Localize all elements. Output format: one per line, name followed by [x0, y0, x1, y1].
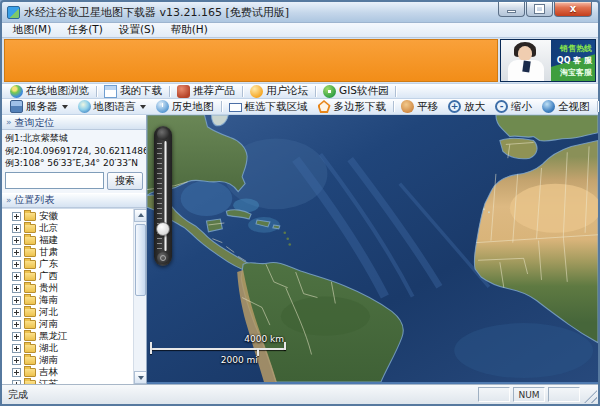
status-cell-empty: [548, 387, 580, 402]
location-panel-title: 位置列表: [15, 193, 55, 207]
map-scale-bar: 4000 km 2000 mi: [150, 334, 286, 366]
maximize-button[interactable]: [526, 2, 553, 17]
expand-plus-icon[interactable]: [12, 344, 21, 353]
close-button[interactable]: x: [554, 2, 592, 17]
map-zoom-slider[interactable]: [154, 126, 172, 266]
search-row: 搜索: [2, 171, 146, 193]
history-map-icon: [156, 100, 169, 113]
tree-item[interactable]: 湖南: [12, 355, 146, 367]
folder-icon: [24, 284, 36, 293]
recommended-products-icon: [177, 85, 190, 98]
close-icon: x: [570, 4, 576, 14]
tree-item[interactable]: 北京: [12, 223, 146, 235]
expand-plus-icon[interactable]: [12, 236, 21, 245]
server-button[interactable]: 服务器: [5, 99, 73, 114]
polygon-download-button[interactable]: 多边形下载: [313, 99, 392, 114]
expand-plus-icon[interactable]: [12, 308, 21, 317]
tree-item[interactable]: 河南: [12, 319, 146, 331]
history-map-button[interactable]: 历史地图: [151, 99, 219, 114]
toolbar-map: 服务器 地图语言 历史地图 框选下载区域 多边形下载 平移 放大 缩小 全视图 …: [2, 99, 598, 115]
dropdown-arrow-icon: [62, 105, 68, 109]
online-map-globe-button[interactable]: 在线地图浏览: [5, 84, 94, 98]
gis-software-icon: [323, 85, 336, 98]
search-button[interactable]: 搜索: [107, 172, 143, 190]
server-icon: [10, 100, 23, 113]
resize-grip[interactable]: [584, 390, 597, 403]
expand-plus-icon[interactable]: [12, 296, 21, 305]
ad-text: 销售热线 QQ 客 服 淘宝客服: [557, 43, 592, 79]
tree-item[interactable]: 广西: [12, 271, 146, 283]
tree-item[interactable]: 安徽: [12, 211, 146, 223]
tree-item[interactable]: 黑龙江: [12, 331, 146, 343]
search-input[interactable]: [5, 172, 104, 189]
my-downloads-button[interactable]: 我的下载: [99, 84, 167, 98]
scale-tick-left: [150, 342, 152, 354]
expand-plus-icon[interactable]: [12, 332, 21, 341]
tree-scrollbar[interactable]: [133, 209, 146, 385]
tree-item[interactable]: 海南: [12, 295, 146, 307]
tree-item[interactable]: 湖北: [12, 343, 146, 355]
minimize-button[interactable]: [498, 2, 525, 17]
toolbar-primary: 在线地图浏览 我的下载 推荐产品 用户论坛 GIS软件园: [2, 83, 598, 99]
window-controls: x: [497, 2, 592, 17]
expand-plus-icon[interactable]: [12, 248, 21, 257]
num-lock-indicator: NUM: [513, 387, 545, 402]
scrollbar-thumb[interactable]: [135, 224, 146, 296]
chevron-icon: »: [6, 118, 12, 127]
expand-plus-icon[interactable]: [12, 284, 21, 293]
map-viewport[interactable]: 4000 km 2000 mi: [147, 115, 598, 384]
menu-item[interactable]: 地图(M): [5, 23, 59, 37]
gis-software-button[interactable]: GIS软件园: [318, 84, 393, 98]
search-panel-header: » 查询定位: [2, 115, 146, 130]
expand-plus-icon[interactable]: [12, 356, 21, 365]
zoom-out-button[interactable]: 缩小: [490, 99, 537, 114]
ad-line-taobao-service: 淘宝客服: [557, 67, 592, 79]
menu-bar: 地图(M) 任务(T) 设置(S) 帮助(H): [2, 23, 598, 38]
pan-button[interactable]: 平移: [396, 99, 443, 114]
tree-item[interactable]: 吉林: [12, 367, 146, 379]
maximize-icon: [535, 5, 544, 13]
menu-item[interactable]: 帮助(H): [163, 23, 216, 37]
map-language-button[interactable]: 地图语言: [73, 99, 151, 114]
tree-item[interactable]: 广东: [12, 259, 146, 271]
expand-plus-icon[interactable]: [12, 212, 21, 221]
zoom-in-button[interactable]: 放大: [443, 99, 490, 114]
menu-item[interactable]: 任务(T): [59, 23, 111, 37]
folder-icon: [24, 236, 36, 245]
zoom-slider-bottom-icon[interactable]: [157, 252, 169, 264]
zoom-slider-top-icon[interactable]: [157, 128, 169, 140]
menu-item[interactable]: 设置(S): [111, 23, 163, 37]
title-bar: 水经注谷歌卫星地图下载器 v13.21.165 [免费试用版] x: [2, 2, 598, 23]
rect-select-icon: [229, 103, 242, 112]
province-tree: 安徽 北京 福建 甘肃 广东 广西 贵州 海南 河北 河南 黑龙江 湖北 湖南 …: [2, 211, 146, 385]
expand-plus-icon[interactable]: [12, 260, 21, 269]
tree-item[interactable]: 河北: [12, 307, 146, 319]
recommended-products-button[interactable]: 推荐产品: [172, 84, 240, 98]
tree-item[interactable]: 甘肃: [12, 247, 146, 259]
toolbar-separator: [393, 101, 394, 112]
ad-banner[interactable]: [4, 39, 498, 82]
expand-plus-icon[interactable]: [12, 272, 21, 281]
expand-plus-icon[interactable]: [12, 224, 21, 233]
folder-icon: [24, 224, 36, 233]
tree-item[interactable]: 福建: [12, 235, 146, 247]
left-panel: » 查询定位 例1:北京紫禁城 例2:104.09691724, 30.6211…: [2, 115, 147, 384]
status-message: 完成: [8, 388, 28, 402]
ad-line-sales-hotline: 销售热线: [557, 43, 592, 55]
expand-plus-icon[interactable]: [12, 320, 21, 329]
scale-km-label: 4000 km: [244, 334, 284, 344]
folder-icon: [24, 356, 36, 365]
service-ad[interactable]: 销售热线 QQ 客 服 淘宝客服: [500, 39, 596, 82]
ad-line-qq-service: QQ 客 服: [557, 55, 592, 67]
app-icon: [7, 6, 20, 19]
scroll-down-icon[interactable]: [134, 371, 146, 384]
tree-item[interactable]: 贵州: [12, 283, 146, 295]
zoom-slider-thumb[interactable]: [156, 222, 170, 236]
expand-plus-icon[interactable]: [12, 368, 21, 377]
scroll-up-icon[interactable]: [134, 209, 146, 222]
rect-select-button[interactable]: 框选下载区域: [224, 99, 313, 114]
toolbar-separator: [395, 86, 396, 97]
user-forum-button[interactable]: 用户论坛: [245, 84, 313, 98]
pan-icon: [401, 100, 414, 113]
full-extent-button[interactable]: 全视图: [537, 99, 595, 114]
